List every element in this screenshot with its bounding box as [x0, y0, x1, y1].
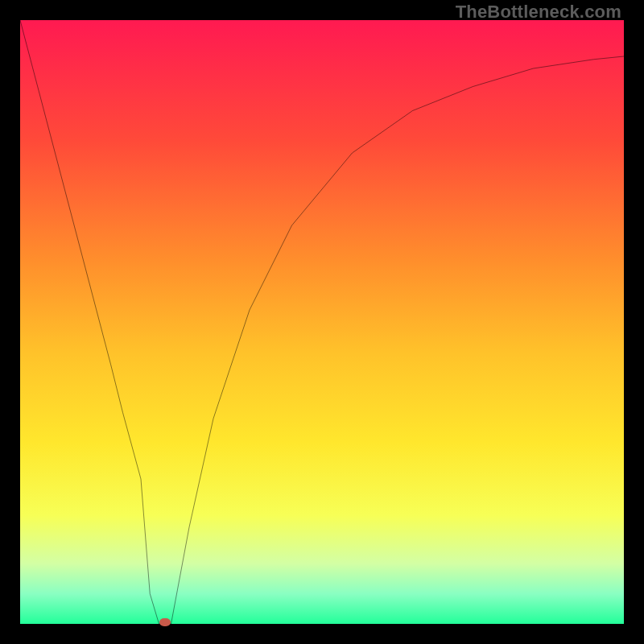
- watermark-label: TheBottleneck.com: [456, 2, 621, 23]
- optimum-marker: [159, 618, 171, 626]
- chart-frame: TheBottleneck.com: [0, 0, 644, 644]
- plot-area: [20, 20, 624, 624]
- bottleneck-curve: [20, 20, 624, 624]
